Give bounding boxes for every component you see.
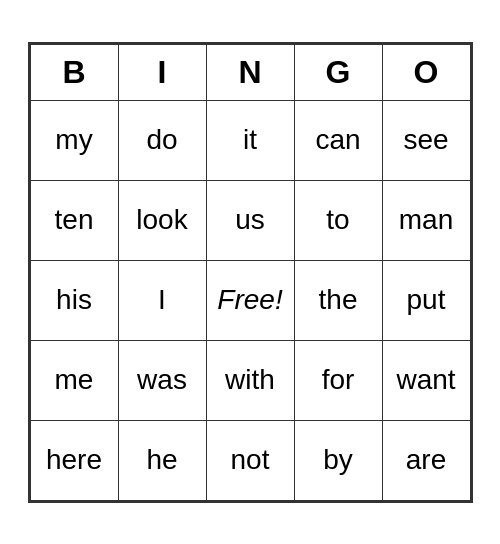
header-col-b: B [30, 44, 118, 100]
cell-0-2: it [206, 100, 294, 180]
header-row: BINGO [30, 44, 470, 100]
bingo-table: BINGO mydoitcanseetenlookustomanhisIFree… [30, 44, 471, 501]
cell-4-4: are [382, 420, 470, 500]
cell-3-3: for [294, 340, 382, 420]
cell-0-0: my [30, 100, 118, 180]
cell-1-1: look [118, 180, 206, 260]
row-1: tenlookustoman [30, 180, 470, 260]
cell-3-1: was [118, 340, 206, 420]
cell-1-4: man [382, 180, 470, 260]
row-4: herehenotbyare [30, 420, 470, 500]
cell-3-4: want [382, 340, 470, 420]
row-3: mewaswithforwant [30, 340, 470, 420]
cell-2-3: the [294, 260, 382, 340]
cell-3-0: me [30, 340, 118, 420]
cell-4-2: not [206, 420, 294, 500]
header-col-n: N [206, 44, 294, 100]
cell-2-4: put [382, 260, 470, 340]
cell-4-3: by [294, 420, 382, 500]
cell-0-4: see [382, 100, 470, 180]
cell-1-3: to [294, 180, 382, 260]
bingo-card: BINGO mydoitcanseetenlookustomanhisIFree… [28, 42, 473, 503]
header-col-g: G [294, 44, 382, 100]
cell-2-1: I [118, 260, 206, 340]
header-col-o: O [382, 44, 470, 100]
cell-0-3: can [294, 100, 382, 180]
header-col-i: I [118, 44, 206, 100]
cell-1-0: ten [30, 180, 118, 260]
cell-3-2: with [206, 340, 294, 420]
cell-2-0: his [30, 260, 118, 340]
row-0: mydoitcansee [30, 100, 470, 180]
cell-4-0: here [30, 420, 118, 500]
row-2: hisIFree!theput [30, 260, 470, 340]
cell-4-1: he [118, 420, 206, 500]
cell-2-2: Free! [206, 260, 294, 340]
cell-1-2: us [206, 180, 294, 260]
cell-0-1: do [118, 100, 206, 180]
